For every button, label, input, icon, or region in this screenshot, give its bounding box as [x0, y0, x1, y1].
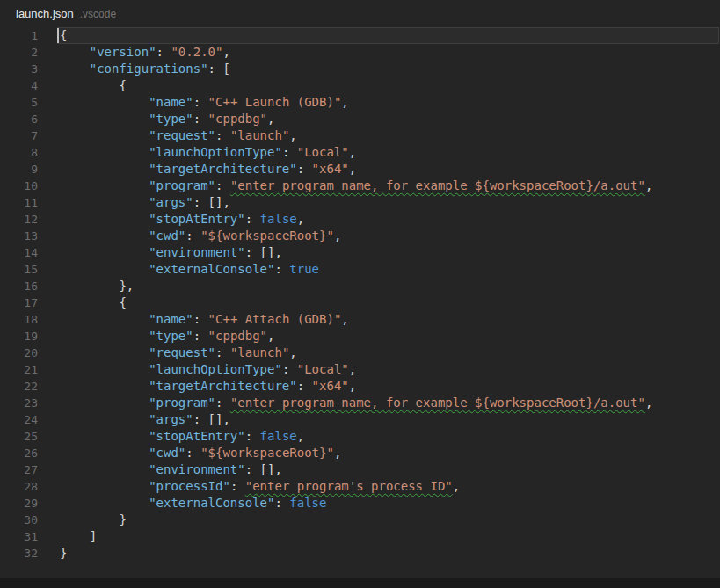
code-text: ]: [60, 528, 97, 545]
code-text: }: [60, 545, 67, 562]
line-number[interactable]: 3: [0, 61, 38, 77]
code-line[interactable]: 29 "externalConsole": false: [0, 495, 720, 512]
code-token-punct: ,: [645, 178, 652, 192]
code-line[interactable]: 5 "name": "C++ Launch (GDB)",: [0, 94, 720, 111]
line-number[interactable]: 31: [0, 528, 38, 545]
line-number[interactable]: 16: [0, 278, 38, 294]
line-number[interactable]: 28: [0, 478, 38, 495]
code-line[interactable]: 23 "program": "enter program name, for e…: [0, 395, 720, 411]
code-line[interactable]: 20 "request": "launch",: [0, 345, 720, 361]
code-token-punct: [60, 229, 149, 243]
line-number[interactable]: 19: [0, 328, 38, 345]
code-line[interactable]: 12 "stopAtEntry": false,: [0, 211, 720, 228]
code-token-punct: ,: [297, 429, 304, 443]
code-line[interactable]: 14 "environment": [],: [0, 244, 720, 261]
code-line[interactable]: 30 }: [0, 512, 720, 528]
editor-tab-header[interactable]: launch.json .vscode: [0, 0, 720, 27]
code-line[interactable]: 4 {: [0, 77, 720, 94]
code-text: "args": [],: [60, 411, 230, 428]
code-line[interactable]: 1{: [0, 27, 720, 44]
code-token-punct: :: [185, 229, 200, 243]
code-token-punct: [60, 45, 90, 59]
line-number[interactable]: 27: [0, 461, 38, 478]
code-text: "configurations": [: [60, 61, 230, 77]
line-number[interactable]: 23: [0, 395, 38, 411]
code-token-punct: [60, 62, 90, 76]
code-line[interactable]: 21 "launchOptionType": "Local",: [0, 361, 720, 378]
code-editor[interactable]: 1{2 "version": "0.2.0",3 "configurations…: [0, 27, 720, 562]
line-number[interactable]: 5: [0, 94, 38, 111]
code-line[interactable]: 32}: [0, 545, 720, 562]
line-number[interactable]: 9: [0, 161, 38, 178]
code-line[interactable]: 10 "program": "enter program name, for e…: [0, 178, 720, 194]
code-line[interactable]: 17 {: [0, 294, 720, 311]
code-line[interactable]: 7 "request": "launch",: [0, 127, 720, 144]
line-number[interactable]: 20: [0, 345, 38, 361]
code-token-punct: : [],: [193, 412, 230, 426]
code-line[interactable]: 15 "externalConsole": true: [0, 261, 720, 278]
line-number[interactable]: 26: [0, 445, 38, 461]
code-token-punct: ,: [222, 45, 229, 59]
code-line[interactable]: 18 "name": "C++ Attach (GDB)",: [0, 311, 720, 328]
code-line[interactable]: 2 "version": "0.2.0",: [0, 44, 720, 61]
line-number[interactable]: 6: [0, 111, 38, 127]
code-line[interactable]: 13 "cwd": "${workspaceRoot}",: [0, 228, 720, 244]
code-token-key: "type": [149, 329, 193, 343]
code-line[interactable]: 24 "args": [],: [0, 411, 720, 428]
code-token-punct: :: [282, 145, 297, 159]
code-token-str: "0.2.0": [171, 45, 222, 59]
line-number[interactable]: 8: [0, 144, 38, 161]
code-token-punct: ,: [297, 212, 304, 226]
code-token-punct: }: [60, 512, 127, 526]
current-line-highlight: [57, 27, 719, 44]
code-token-punct: :: [215, 178, 230, 192]
line-number[interactable]: 10: [0, 178, 38, 194]
code-text: "type": "cppdbg",: [60, 328, 274, 345]
line-number[interactable]: 12: [0, 211, 38, 228]
line-number[interactable]: 17: [0, 294, 38, 311]
code-line[interactable]: 3 "configurations": [: [0, 61, 720, 77]
line-number[interactable]: 11: [0, 194, 38, 211]
code-token-punct: [60, 345, 149, 359]
line-number[interactable]: 15: [0, 261, 38, 278]
line-number[interactable]: 13: [0, 228, 38, 244]
line-number[interactable]: 32: [0, 545, 38, 562]
line-number[interactable]: 14: [0, 244, 38, 261]
code-line[interactable]: 28 "processId": "enter program's process…: [0, 478, 720, 495]
code-token-key: "name": [149, 312, 193, 326]
code-line[interactable]: 9 "targetArchitecture": "x64",: [0, 161, 720, 178]
code-line[interactable]: 31 ]: [0, 528, 720, 545]
code-text: "name": "C++ Attach (GDB)",: [60, 311, 349, 328]
code-token-key: "configurations": [90, 62, 208, 76]
code-token-punct: ,: [289, 345, 296, 359]
line-number[interactable]: 25: [0, 428, 38, 445]
line-number[interactable]: 1: [0, 27, 38, 44]
code-line[interactable]: 25 "stopAtEntry": false,: [0, 428, 720, 445]
line-number[interactable]: 30: [0, 512, 38, 528]
code-line[interactable]: 19 "type": "cppdbg",: [0, 328, 720, 345]
code-text: "cwd": "${workspaceRoot}",: [60, 228, 341, 244]
code-token-punct: : [],: [193, 195, 230, 209]
code-token-key: "environment": [149, 462, 245, 476]
line-number[interactable]: 21: [0, 361, 38, 378]
code-line[interactable]: 27 "environment": [],: [0, 461, 720, 478]
code-line[interactable]: 22 "targetArchitecture": "x64",: [0, 378, 720, 395]
line-number[interactable]: 2: [0, 44, 38, 61]
text-cursor: [57, 28, 59, 43]
line-number[interactable]: 24: [0, 411, 38, 428]
code-token-punct: ]: [60, 529, 97, 543]
code-line[interactable]: 26 "cwd": "${workspaceRoot}",: [0, 445, 720, 461]
line-number[interactable]: 7: [0, 127, 38, 144]
code-line[interactable]: 11 "args": [],: [0, 194, 720, 211]
file-folder-label: .vscode: [80, 8, 116, 20]
line-number[interactable]: 4: [0, 77, 38, 94]
code-line[interactable]: 8 "launchOptionType": "Local",: [0, 144, 720, 161]
line-number[interactable]: 29: [0, 495, 38, 512]
code-line[interactable]: 16 },: [0, 278, 720, 294]
code-token-punct: ,: [289, 128, 296, 142]
line-number[interactable]: 22: [0, 378, 38, 395]
line-number[interactable]: 18: [0, 311, 38, 328]
code-line[interactable]: 6 "type": "cppdbg",: [0, 111, 720, 127]
code-token-punct: [60, 312, 149, 326]
code-token-punct: :: [274, 496, 289, 510]
